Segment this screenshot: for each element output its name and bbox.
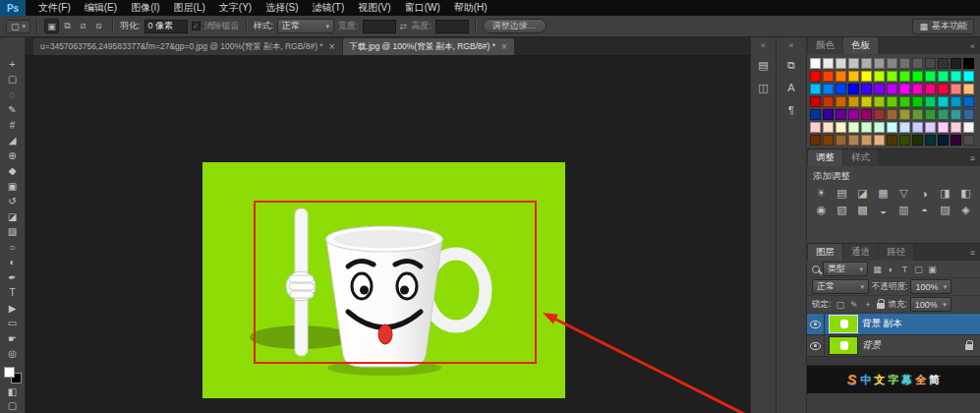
gradient-tool[interactable]: ▨ [2, 225, 24, 241]
opacity-select[interactable]: 100% ▾ [910, 279, 951, 294]
layer-row[interactable]: 背景 副本 [807, 314, 980, 335]
color-swatch[interactable] [823, 96, 834, 107]
filter-smart-objects-icon[interactable]: ▣ [926, 263, 939, 276]
color-swatch[interactable] [899, 71, 910, 82]
character-panel-icon[interactable]: A [780, 78, 802, 97]
panel-tab[interactable]: 调整 [808, 149, 842, 166]
color-swatch[interactable] [912, 71, 923, 82]
color-swatch[interactable] [938, 58, 949, 69]
color-swatch[interactable] [925, 58, 936, 69]
color-swatch[interactable] [810, 135, 821, 146]
menu-item[interactable]: 图层(L) [167, 0, 212, 16]
color-swatch[interactable] [861, 122, 872, 133]
panel-menu-icon[interactable]: ≡ [965, 248, 980, 261]
blur-tool[interactable]: ○ [2, 240, 24, 256]
filter-pixel-layers-icon[interactable]: ▦ [871, 263, 884, 276]
menu-item[interactable]: 视图(V) [351, 0, 397, 16]
color-swatch[interactable] [836, 84, 846, 94]
properties-panel-icon[interactable]: ◫ [753, 78, 775, 97]
color-swatch[interactable] [874, 84, 885, 94]
color-swatch[interactable] [963, 135, 974, 146]
menu-item[interactable]: 帮助(H) [447, 0, 494, 16]
style-select[interactable]: 正常 ▾ [277, 19, 334, 33]
color-swatch[interactable] [925, 135, 936, 146]
color-swatch[interactable] [938, 96, 949, 107]
collapse-dock-icon[interactable]: « [761, 37, 766, 52]
color-swatch[interactable] [951, 109, 961, 120]
menu-item[interactable]: 窗口(W) [398, 0, 447, 16]
color-swatch[interactable] [938, 135, 949, 146]
color-swatch[interactable] [874, 135, 885, 146]
panel-tab[interactable]: 通道 [843, 244, 878, 261]
workspace-switcher[interactable]: ▦ 基本功能 [912, 19, 974, 34]
color-swatch[interactable] [836, 71, 846, 82]
panel-tab[interactable]: 样式 [843, 149, 878, 166]
threshold-adjustment-icon[interactable]: ◓ [914, 202, 935, 218]
pen-tool[interactable]: ✒ [2, 270, 24, 286]
zoom-tool[interactable]: ◎ [2, 347, 24, 363]
lock-pixels-icon[interactable]: ✎ [847, 298, 860, 312]
color-swatch[interactable] [899, 109, 910, 120]
history-panel-icon[interactable]: ▤ [753, 55, 775, 75]
color-swatch[interactable] [925, 109, 936, 120]
color-swatch[interactable] [951, 96, 961, 107]
lock-position-icon[interactable]: + [861, 298, 874, 312]
color-swatch[interactable] [810, 58, 821, 69]
hue-saturation-adjustment-icon[interactable]: ◑ [914, 185, 935, 202]
color-swatch[interactable] [810, 84, 821, 94]
color-swatch[interactable] [951, 122, 961, 133]
menu-item[interactable]: 选择(S) [259, 0, 305, 16]
color-swatch[interactable] [848, 58, 859, 69]
color-swatch[interactable] [938, 84, 949, 94]
crop-tool[interactable]: # [2, 118, 24, 134]
color-swatch[interactable] [848, 96, 859, 107]
photo-filter-adjustment-icon[interactable]: ◉ [811, 202, 832, 218]
dodge-tool[interactable]: ◐ [2, 256, 24, 271]
color-swatch[interactable] [848, 135, 859, 146]
color-swatch[interactable] [848, 109, 859, 120]
color-swatch[interactable] [836, 122, 846, 133]
screen-mode-button[interactable]: ▢ [2, 399, 24, 413]
color-swatch[interactable] [874, 122, 885, 133]
color-swatch[interactable] [861, 71, 872, 82]
layer-thumbnail[interactable] [830, 316, 857, 332]
lock-all-icon[interactable] [877, 303, 885, 309]
color-swatch[interactable] [912, 96, 923, 107]
photoshop-logo-icon[interactable]: Ps [0, 0, 26, 16]
posterize-adjustment-icon[interactable]: ▥ [894, 202, 914, 218]
width-input[interactable] [363, 20, 396, 33]
color-swatch[interactable] [861, 96, 872, 107]
collapse-dock-icon[interactable]: « [788, 37, 793, 52]
black-white-adjustment-icon[interactable]: ◧ [955, 185, 976, 202]
menu-item[interactable]: 文件(F) [31, 0, 78, 16]
fill-select[interactable]: 100% ▾ [910, 297, 951, 312]
color-swatch[interactable] [887, 84, 897, 94]
history-brush-tool[interactable]: ↺ [2, 195, 24, 210]
color-swatch[interactable] [925, 96, 936, 107]
color-swatch[interactable] [861, 109, 872, 120]
height-input[interactable] [435, 20, 469, 33]
layer-row[interactable]: 背景 [807, 335, 980, 357]
blend-mode-select[interactable]: 正常 ▾ [812, 279, 869, 294]
filter-adjustment-layers-icon[interactable]: ◐ [885, 263, 897, 276]
color-swatch[interactable] [963, 84, 974, 94]
color-swatch[interactable] [810, 96, 821, 107]
move-tool[interactable]: + [2, 57, 24, 73]
brightness-contrast-adjustment-icon[interactable]: ☀ [811, 185, 832, 202]
tab-close-icon[interactable]: × [329, 41, 335, 52]
color-swatch[interactable] [848, 71, 859, 82]
panel-tab[interactable]: 色板 [843, 37, 878, 54]
invert-adjustment-icon[interactable]: ◒ [873, 202, 894, 218]
color-swatch[interactable] [887, 109, 897, 120]
tool-preset-picker[interactable]: ▢ ▾ [6, 20, 30, 33]
color-swatch[interactable] [912, 58, 923, 69]
color-swatch[interactable] [912, 135, 923, 146]
vibrance-adjustment-icon[interactable]: ▽ [894, 185, 914, 202]
menu-item[interactable]: 编辑(E) [78, 0, 124, 16]
layer-visibility-toggle[interactable] [807, 335, 825, 356]
info-panel-icon[interactable]: ⧉ [780, 55, 802, 75]
color-swatch[interactable] [912, 122, 923, 133]
color-swatch[interactable] [810, 71, 821, 82]
clone-stamp-tool[interactable]: ▣ [2, 179, 24, 195]
color-swatch[interactable] [887, 58, 897, 69]
